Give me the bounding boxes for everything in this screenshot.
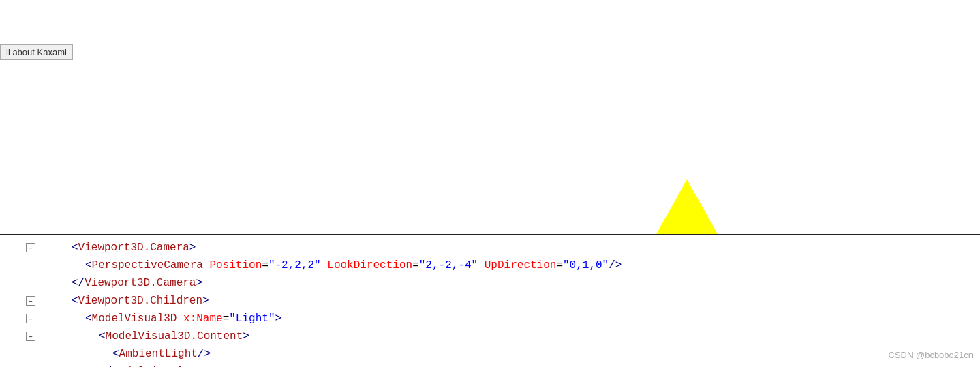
code-line-6: − <ModelVisual3D.Content>: [20, 327, 980, 345]
code-line-7: <AmbientLight/>: [20, 345, 980, 363]
code-editor[interactable]: − <Viewport3D.Camera> <PerspectiveCamera…: [0, 235, 980, 367]
collapse-icon-5[interactable]: −: [26, 314, 35, 323]
watermark: CSDN @bcbobo21cn: [889, 350, 973, 360]
yellow-triangle: [656, 179, 718, 234]
code-line-5: − <ModelVisual3D x:Name="Light">: [20, 310, 980, 327]
code-line-2: <PerspectiveCamera Position="-2,2,2" Loo…: [20, 256, 980, 274]
preview-area: ll about Kaxaml: [0, 0, 980, 235]
collapse-icon-4[interactable]: −: [26, 296, 35, 306]
collapse-icon-1[interactable]: −: [26, 243, 35, 252]
code-content: − <Viewport3D.Camera> <PerspectiveCamera…: [0, 235, 980, 367]
collapse-icon-6[interactable]: −: [26, 332, 35, 341]
tooltip-label: ll about Kaxaml: [0, 44, 73, 60]
code-line-3: </Viewport3D.Camera>: [20, 274, 980, 292]
code-line-1: − <Viewport3D.Camera>: [20, 239, 980, 256]
code-line-8: </ModelVisual3D.Content>: [20, 363, 980, 367]
code-line-4: − <Viewport3D.Children>: [20, 292, 980, 310]
